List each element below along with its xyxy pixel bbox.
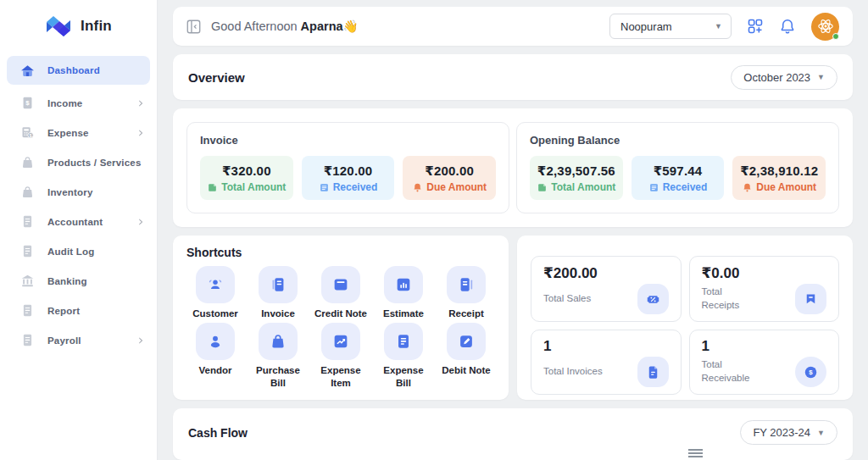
sidebar-item-label: Banking xyxy=(47,276,145,286)
balances-card: Invoice ₹320.00 Total Amount ₹120.00 Rec… xyxy=(173,108,853,227)
main-content: Good Afternoon Aparna👋 Noopuram ▼ xyxy=(158,0,868,460)
alert-bell-icon xyxy=(412,182,423,193)
svg-text:$: $ xyxy=(809,369,813,376)
estimate-icon xyxy=(394,275,413,294)
amount-value: ₹2,39,507.56 xyxy=(537,163,615,179)
vendor-icon xyxy=(206,332,225,351)
file-icon xyxy=(645,364,661,380)
sidebar-item-income[interactable]: $ Income xyxy=(0,88,157,118)
amount-label: Due Amount xyxy=(426,181,487,193)
invoice-tiles: ₹320.00 Total Amount ₹120.00 Received ₹2… xyxy=(200,156,496,200)
sidebar-collapse-icon[interactable] xyxy=(186,19,201,34)
chevron-down-icon: ▼ xyxy=(817,429,825,437)
amount-value: ₹320.00 xyxy=(222,163,271,179)
online-status-dot xyxy=(832,33,839,40)
infin-logo-icon xyxy=(45,15,72,37)
shortcut-invoice[interactable]: Invoice xyxy=(249,266,307,319)
kpi-total-invoices: 1 Total Invoices xyxy=(531,330,682,395)
shortcut-label: Expense Bill xyxy=(376,364,431,389)
sidebar-item-label: Report xyxy=(47,306,145,316)
cashflow-card: Cash Flow FY 2023-24 ▼ xyxy=(173,408,853,460)
bag-icon xyxy=(20,155,35,169)
sidebar-item-label: Payroll xyxy=(47,335,136,346)
chevron-right-icon xyxy=(136,99,145,108)
invoice-due-amount-tile: ₹200.00 Due Amount xyxy=(403,156,496,200)
branch-select[interactable]: Noopuram ▼ xyxy=(609,14,732,39)
sidebar-item-label: Dashboard xyxy=(47,65,145,75)
shortcut-credit-note[interactable]: Credit Note xyxy=(312,266,370,319)
overview-period-select[interactable]: October 2023 ▼ xyxy=(731,65,837,90)
expense-item-icon xyxy=(331,332,350,351)
opening-balance-tiles: ₹2,39,507.56 Total Amount ₹597.44 Receiv… xyxy=(530,156,826,200)
amount-value: ₹200.00 xyxy=(425,163,474,179)
chevron-right-icon xyxy=(136,218,145,226)
shortcut-receipt[interactable]: Receipt xyxy=(437,266,495,319)
ob-received-tile: ₹597.44 Received xyxy=(632,156,725,200)
customer-icon xyxy=(206,275,225,294)
greeting-prefix: Good Afternoon xyxy=(211,19,298,33)
shortcut-label: Purchase Bill xyxy=(251,364,305,389)
chevron-down-icon: ▼ xyxy=(715,22,722,30)
invoice-title: Invoice xyxy=(200,134,496,147)
sidebar-item-label: Income xyxy=(47,98,136,108)
kpi-value: 1 xyxy=(543,338,669,355)
debit-note-icon xyxy=(457,332,476,351)
overview-period-value: October 2023 xyxy=(743,71,810,84)
sidebar-item-label: Expense xyxy=(47,128,136,138)
sidebar-item-inventory[interactable]: Inventory xyxy=(0,177,157,207)
user-avatar[interactable] xyxy=(811,13,839,41)
svg-text:$: $ xyxy=(25,99,30,107)
shortcut-expense-item[interactable]: Expense Item xyxy=(312,323,370,389)
sidebar-item-payroll[interactable]: Payroll xyxy=(0,325,157,355)
shortcut-purchase-bill[interactable]: Purchase Bill xyxy=(249,323,307,389)
coin-icon: $ xyxy=(803,364,819,380)
sidebar-item-accountant[interactable]: Accountant xyxy=(0,207,157,236)
kpi-label: Total Invoices xyxy=(543,365,604,379)
shortcut-estimate[interactable]: Estimate xyxy=(375,266,432,319)
bank-icon xyxy=(20,274,35,288)
amount-label: Due Amount xyxy=(756,181,816,193)
shortcut-debit-note[interactable]: Debit Note xyxy=(437,323,495,389)
note-icon xyxy=(207,182,218,193)
sidebar: Infin Dashboard $ Income xyxy=(0,0,158,460)
invoice-total-amount-tile: ₹320.00 Total Amount xyxy=(200,156,293,200)
app-name: Infin xyxy=(81,18,112,35)
amount-value: ₹597.44 xyxy=(654,163,703,179)
opening-balance-card: Opening Balance ₹2,39,507.56 Total Amoun… xyxy=(516,122,839,213)
sidebar-item-label: Audit Log xyxy=(47,247,145,257)
expense-bill-icon xyxy=(394,332,413,351)
sidebar-item-expense[interactable]: $ Expense xyxy=(0,118,157,147)
home-icon xyxy=(20,64,35,78)
cashflow-period-select[interactable]: FY 2023-24 ▼ xyxy=(740,420,837,445)
kpi-label: Total Sales xyxy=(543,292,604,306)
ob-total-amount-tile: ₹2,39,507.56 Total Amount xyxy=(530,156,623,200)
shortcut-customer[interactable]: Customer xyxy=(186,266,244,319)
sidebar-item-label: Products / Services xyxy=(47,158,145,168)
sidebar-item-products-services[interactable]: Products / Services xyxy=(0,147,157,177)
sidebar-item-audit-log[interactable]: Audit Log xyxy=(0,236,157,266)
kpi-total-receivable: 1 Total Receivable $ xyxy=(689,330,840,395)
alert-bell-icon xyxy=(742,182,753,193)
kpi-value: ₹200.00 xyxy=(543,264,669,282)
invoice-icon xyxy=(269,275,287,294)
shortcut-vendor[interactable]: Vendor xyxy=(186,323,244,389)
shortcut-label: Receipt xyxy=(448,308,484,319)
shortcut-expense-bill[interactable]: Expense Bill xyxy=(375,323,432,389)
ticket-icon xyxy=(645,291,661,308)
sidebar-item-report[interactable]: Report xyxy=(0,296,157,325)
amount-value: ₹2,38,910.12 xyxy=(740,163,818,179)
sidebar-item-banking[interactable]: Banking xyxy=(0,266,157,296)
sidebar-item-dashboard[interactable]: Dashboard xyxy=(7,56,150,85)
purchase-bill-icon xyxy=(269,332,287,351)
chevron-right-icon xyxy=(136,129,145,137)
list-icon xyxy=(648,182,659,193)
cashflow-title: Cash Flow xyxy=(188,426,248,440)
amount-value: ₹120.00 xyxy=(324,163,373,179)
chart-menu-icon[interactable] xyxy=(688,449,703,460)
shortcut-label: Estimate xyxy=(383,308,424,319)
kpi-total-receipts: ₹0.00 Total Receipts xyxy=(689,256,840,322)
overview-title: Overview xyxy=(188,70,245,85)
bell-icon[interactable] xyxy=(779,18,796,35)
bookmark-icon xyxy=(803,291,819,308)
apps-grid-icon[interactable] xyxy=(747,18,764,35)
